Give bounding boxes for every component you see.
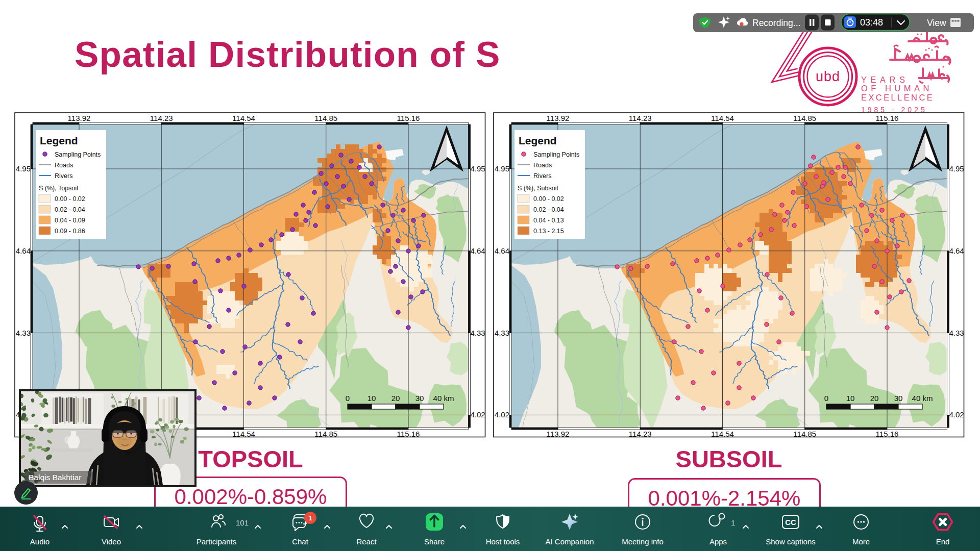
svg-text:Meeting info: Meeting info: [622, 537, 664, 546]
svg-text:Sampling Points: Sampling Points: [533, 151, 579, 158]
svg-text:4.95: 4.95: [471, 164, 485, 173]
svg-text:0.02 - 0.04: 0.02 - 0.04: [55, 206, 85, 213]
svg-text:40 km: 40 km: [912, 394, 933, 403]
svg-text:More: More: [852, 537, 870, 546]
svg-text:Roads: Roads: [533, 162, 552, 169]
svg-text:AI Companion: AI Companion: [545, 537, 594, 546]
svg-text:1: 1: [731, 518, 735, 527]
svg-text:4.95: 4.95: [495, 164, 509, 173]
svg-text:0.04 - 0.13: 0.04 - 0.13: [533, 217, 564, 224]
svg-text:Apps: Apps: [709, 537, 727, 546]
svg-text:Rivers: Rivers: [533, 172, 551, 180]
svg-text:Host tools: Host tools: [486, 537, 520, 546]
svg-text:30: 30: [894, 394, 903, 403]
svg-text:0.04 - 0.09: 0.04 - 0.09: [55, 217, 85, 224]
svg-text:4.02: 4.02: [949, 410, 964, 419]
svg-text:4.95: 4.95: [949, 164, 964, 173]
svg-text:Show captions: Show captions: [766, 537, 816, 546]
svg-text:10: 10: [846, 394, 855, 403]
svg-text:114.54: 114.54: [232, 430, 255, 438]
svg-text:ubd: ubd: [816, 69, 840, 84]
svg-text:Legend: Legend: [40, 135, 78, 146]
svg-text:4.95: 4.95: [16, 164, 31, 173]
svg-text:114.23: 114.23: [629, 114, 652, 122]
svg-text:114.85: 114.85: [314, 114, 337, 122]
svg-text:113.92: 113.92: [547, 114, 570, 122]
svg-text:Rivers: Rivers: [55, 172, 72, 180]
svg-text:End: End: [936, 537, 950, 546]
svg-text:Share: Share: [424, 537, 445, 546]
svg-text:Audio: Audio: [30, 537, 50, 546]
svg-text:4.64: 4.64: [949, 246, 964, 255]
svg-text:0.13 - 2.15: 0.13 - 2.15: [533, 228, 564, 235]
svg-text:115.16: 115.16: [397, 114, 420, 122]
svg-text:115.16: 115.16: [876, 430, 899, 438]
svg-text:CC: CC: [785, 518, 796, 527]
svg-text:40 km: 40 km: [433, 394, 454, 403]
svg-text:React: React: [356, 537, 377, 546]
svg-text:4.02: 4.02: [495, 410, 509, 419]
svg-text:YEARS: YEARS: [861, 75, 909, 84]
svg-text:114.54: 114.54: [711, 430, 734, 438]
svg-text:20: 20: [870, 394, 879, 403]
svg-text:Legend: Legend: [519, 135, 557, 146]
svg-text:Sampling Points: Sampling Points: [55, 151, 101, 158]
svg-text:114.54: 114.54: [711, 114, 734, 122]
svg-text:03:48: 03:48: [860, 17, 883, 28]
svg-text:4.33: 4.33: [949, 329, 964, 337]
svg-text:114.23: 114.23: [629, 430, 652, 438]
svg-text:20: 20: [391, 394, 400, 403]
svg-text:114.85: 114.85: [793, 430, 816, 438]
svg-text:115.16: 115.16: [397, 430, 420, 438]
svg-text:EXCELLENCE: EXCELLENCE: [861, 93, 934, 102]
svg-text:Balqis Bakhtiar: Balqis Bakhtiar: [29, 473, 81, 482]
svg-text:4.33: 4.33: [16, 329, 31, 337]
svg-text:0.00 - 0.02: 0.00 - 0.02: [55, 195, 85, 203]
svg-text:Video: Video: [102, 537, 121, 546]
svg-text:113.92: 113.92: [547, 430, 570, 438]
svg-text:4.33: 4.33: [471, 329, 485, 337]
svg-text:Recording...: Recording...: [752, 18, 800, 28]
svg-text:Participants: Participants: [197, 537, 236, 546]
svg-text:Chat: Chat: [292, 537, 309, 546]
svg-text:114.23: 114.23: [150, 114, 173, 122]
svg-text:114.54: 114.54: [232, 114, 255, 122]
svg-text:0.00 - 0.02: 0.00 - 0.02: [533, 195, 564, 203]
svg-text:1: 1: [308, 514, 312, 522]
svg-text:4.64: 4.64: [16, 246, 31, 255]
svg-text:4.64: 4.64: [495, 246, 509, 255]
svg-text:4.64: 4.64: [471, 246, 485, 255]
svg-text:0: 0: [824, 394, 828, 403]
svg-text:0: 0: [346, 394, 350, 403]
svg-text:View: View: [927, 18, 946, 28]
svg-text:30: 30: [415, 394, 424, 403]
svg-text:S (%), Topsoil: S (%), Topsoil: [39, 185, 78, 192]
svg-text:1985 - 2025: 1985 - 2025: [861, 106, 927, 114]
svg-text:S (%), Subsoil: S (%), Subsoil: [518, 185, 558, 192]
svg-text:0.02 - 0.04: 0.02 - 0.04: [533, 206, 564, 213]
svg-text:101: 101: [236, 518, 249, 527]
svg-text:114.85: 114.85: [314, 430, 337, 438]
svg-text:113.92: 113.92: [68, 114, 91, 122]
svg-text:10: 10: [368, 394, 376, 403]
svg-text:OF HUMAN: OF HUMAN: [861, 84, 933, 93]
svg-text:4.33: 4.33: [495, 329, 509, 337]
svg-text:0.09 - 0.86: 0.09 - 0.86: [55, 228, 85, 235]
svg-text:Roads: Roads: [55, 162, 73, 169]
svg-text:4.02: 4.02: [471, 410, 485, 419]
